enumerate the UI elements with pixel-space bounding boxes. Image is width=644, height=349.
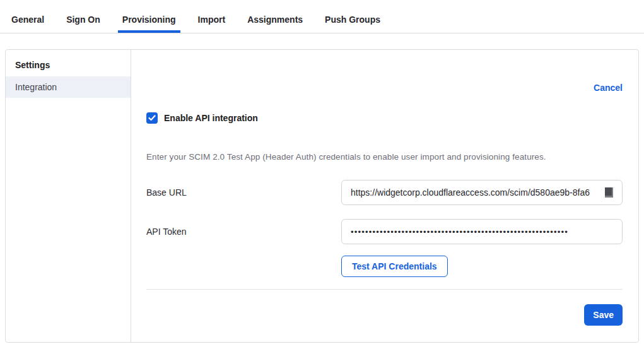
sidebar-item-integration[interactable]: Integration [6,76,131,98]
footer-divider [146,289,623,290]
cancel-button[interactable]: Cancel [594,83,623,93]
tab-import[interactable]: Import [198,6,226,33]
test-api-credentials-button[interactable]: Test API Credentials [341,256,448,277]
base-url-label: Base URL [146,187,341,198]
base-url-row: Base URL [146,180,623,205]
test-credentials-row: Test API Credentials [146,256,623,277]
sidebar-item-label: Integration [15,82,57,92]
enable-api-integration-row: Enable API integration [146,112,623,124]
check-icon [148,115,156,121]
tab-push-groups[interactable]: Push Groups [325,6,380,33]
save-button[interactable]: Save [584,304,623,326]
tab-general[interactable]: General [11,6,44,33]
text-selection-artifact [605,187,613,198]
sidebar-heading: Settings [6,55,131,76]
api-token-input[interactable] [341,219,623,244]
api-token-input-wrap [341,219,623,244]
app-tabbar: General Sign On Provisioning Import Assi… [0,0,644,33]
enable-api-integration-checkbox[interactable] [146,112,158,124]
base-url-input-wrap [341,180,623,205]
tab-sign-on[interactable]: Sign On [66,6,100,33]
enable-api-integration-label[interactable]: Enable API integration [164,113,258,123]
provisioning-panel: Settings Integration Cancel Enable API i… [5,49,639,343]
settings-sidebar: Settings Integration [6,50,131,342]
api-token-label: API Token [146,227,341,237]
api-token-row: API Token [146,219,623,244]
cancel-row: Cancel [146,83,623,93]
integration-settings-form: Cancel Enable API integration Enter your… [131,50,638,342]
save-row: Save [146,304,623,326]
base-url-input[interactable] [341,180,623,205]
tab-provisioning[interactable]: Provisioning [122,6,176,33]
tab-assignments[interactable]: Assignments [247,6,303,33]
credentials-description: Enter your SCIM 2.0 Test App (Header Aut… [146,152,623,162]
